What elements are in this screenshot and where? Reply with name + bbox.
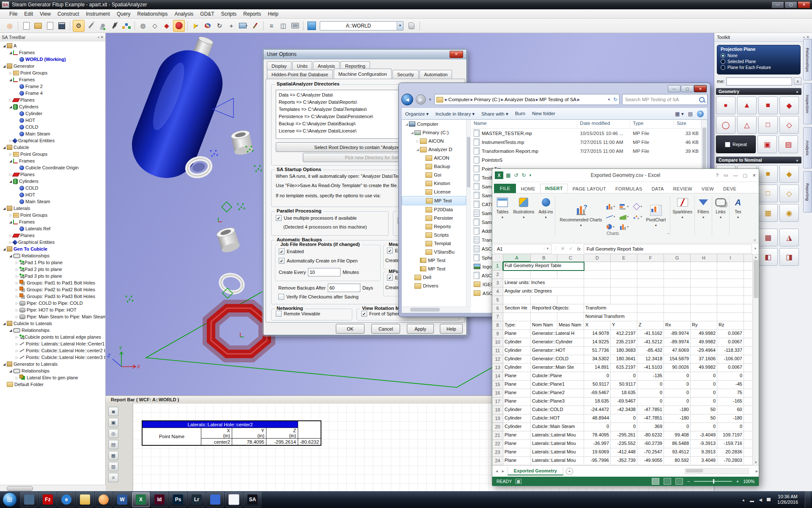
ribbon-button-sparklines[interactable]: Sparklines▾: [672, 196, 692, 220]
paint-brush-icon[interactable]: [250, 20, 261, 31]
cell-E21[interactable]: -295.261: [611, 431, 637, 440]
export-icon[interactable]: ≡: [108, 473, 118, 482]
cell-B14[interactable]: Cubicle::Plane: [531, 372, 584, 381]
cell-D20[interactable]: 0: [584, 423, 611, 431]
cell-E5[interactable]: [611, 296, 637, 304]
pitcher-icon[interactable]: [406, 20, 417, 31]
grid-vertical-scrollbar[interactable]: ▲▼: [752, 254, 759, 465]
cell-A1[interactable]: Full Geometry Report Table: [503, 262, 584, 271]
auto-rotate-icon[interactable]: ↻: [214, 20, 225, 31]
toolbar-new-folder[interactable]: New folder: [532, 111, 555, 117]
ribbon-tab-home[interactable]: HOME: [516, 185, 540, 193]
column-header-G[interactable]: G: [664, 254, 691, 262]
radio-plane-for-each-feature[interactable]: Plane for Each Feature: [721, 64, 797, 70]
tree-item-groups-pad3-to-pad3-bolt-holes[interactable]: ▷Groups: Pad3 to Pad3 Bolt Holes: [0, 293, 105, 300]
tab-security[interactable]: Security: [392, 70, 419, 79]
cell-E18[interactable]: -42.3438: [611, 406, 637, 414]
tree-item-pad-3-pts-to-plane[interactable]: ▷Pad 3 pts to plane: [0, 273, 105, 279]
collapsed-icon[interactable]: ▷: [8, 152, 13, 156]
geometry-sphere-icon[interactable]: △: [737, 116, 757, 134]
row-header-2[interactable]: 2: [492, 271, 503, 279]
cell-H12[interactable]: 37.1606: [691, 355, 717, 364]
expanded-icon[interactable]: ◢: [8, 254, 13, 258]
zoom-slider[interactable]: [694, 481, 732, 482]
sidebar-aicon[interactable]: AICON: [402, 154, 466, 162]
cell-B11[interactable]: Generator::HOT: [531, 347, 584, 355]
cell-D11[interactable]: 51.7736: [584, 347, 611, 355]
cell-H10[interactable]: 49.9982: [691, 338, 717, 347]
row-header-19[interactable]: 19: [492, 414, 503, 423]
side-tab-relationships[interactable]: Relationships: [803, 39, 812, 80]
cell-B9[interactable]: Generator::Lateral H: [531, 330, 584, 338]
cell-G2[interactable]: [664, 271, 691, 279]
row-header-20[interactable]: 20: [492, 423, 503, 431]
help-button[interactable]: Help: [440, 324, 463, 334]
camera-icon[interactable]: ◙: [108, 407, 118, 416]
row-header-18[interactable]: 18: [492, 406, 503, 414]
sidebar-drivers[interactable]: Drivers: [402, 282, 466, 290]
cell-H9[interactable]: 49.9982: [691, 330, 717, 338]
sheet-horizontal-scrollbar[interactable]: [685, 468, 749, 474]
menu-query[interactable]: Query: [113, 10, 134, 18]
cell-E2[interactable]: [611, 271, 637, 279]
column-header-I[interactable]: I: [717, 254, 744, 262]
collapsed-icon[interactable]: ▷: [14, 295, 19, 298]
cell-A17[interactable]: Plane: [503, 398, 531, 406]
ribbon-button-recommended-charts[interactable]: Recommended Charts▾: [560, 204, 602, 228]
sheet-tab[interactable]: Exported Geometry: [508, 467, 563, 475]
expanded-icon[interactable]: ◢: [8, 159, 13, 163]
sidebar-mp-test[interactable]: MP Test: [402, 256, 466, 265]
cell-I13[interactable]: 0.0067: [717, 364, 744, 372]
cell-H18[interactable]: 50: [691, 406, 717, 414]
working-frame-combo[interactable]: A::WORLD▼: [320, 21, 403, 30]
sphere-view-icon[interactable]: ◍: [137, 20, 148, 31]
ok-button[interactable]: OK: [336, 324, 365, 334]
radar-chart-icon[interactable]: ▾: [631, 202, 644, 211]
scroll-down-icon[interactable]: ▼: [754, 461, 757, 464]
row-header-3[interactable]: 3: [492, 279, 503, 287]
sidebar-p20data[interactable]: P20Data: [402, 205, 466, 214]
tree-item-cubicle-points-to-lateral-edge-planes[interactable]: ▷Cubicle points to Lateral edge planes: [0, 334, 105, 340]
column-chart-icon[interactable]: ▾: [604, 202, 617, 211]
cell-H8[interactable]: Ry: [691, 321, 717, 330]
cell-A9[interactable]: Plane: [503, 330, 531, 338]
cell-H16[interactable]: 0: [691, 389, 717, 398]
cell-I21[interactable]: 109.7197: [717, 431, 744, 440]
collapsed-icon[interactable]: ▷: [8, 71, 13, 75]
cell-F15[interactable]: 0: [637, 381, 664, 389]
indesign-icon[interactable]: Id: [151, 492, 168, 507]
tree-item-relationships[interactable]: ◢Relationships: [0, 367, 105, 374]
collapsed-icon[interactable]: ▷: [14, 356, 19, 359]
macro-record-icon[interactable]: ▦: [515, 479, 521, 484]
sidebar-templat[interactable]: Templat: [402, 239, 466, 248]
cell-A18[interactable]: Cylinder: [503, 406, 531, 414]
collapsed-icon[interactable]: ▷: [14, 315, 19, 319]
menu-scripts[interactable]: Scripts: [218, 10, 240, 18]
expanded-icon[interactable]: ◢: [8, 78, 13, 82]
red-octahedron-icon[interactable]: [173, 20, 185, 32]
nav-history-dropdown-icon[interactable]: ▼: [428, 98, 432, 102]
multiple-processors-checkbox[interactable]: [276, 215, 282, 221]
formula-field[interactable]: Full Geometry Report Table: [584, 244, 752, 254]
tree-item-generator-to-laterals[interactable]: ◢Generator to Laterals: [0, 361, 105, 367]
explorer-maximize-button[interactable]: ▢: [681, 85, 694, 92]
cell-I17[interactable]: -165: [717, 398, 744, 406]
cell-B5[interactable]: [531, 296, 557, 304]
cell-G18[interactable]: -180: [664, 406, 691, 414]
file-row-pointstos[interactable]: PointstoS: [471, 155, 701, 164]
remove-backups-input[interactable]: [328, 284, 360, 292]
tree-item-relationships[interactable]: ◢Relationships: [0, 252, 105, 259]
excel-icon[interactable]: X: [132, 492, 150, 507]
cell-I5[interactable]: [717, 296, 744, 304]
row-header-15[interactable]: 15: [492, 381, 503, 389]
cell-F11[interactable]: -85.432: [637, 347, 664, 355]
back-button[interactable]: ◀: [401, 94, 413, 105]
search-box[interactable]: Search MP Testing of SA: [622, 94, 708, 105]
cell-F8[interactable]: Z: [637, 321, 664, 330]
cell-E15[interactable]: 50.9117: [611, 381, 637, 389]
treebar-close-icon[interactable]: ✕: [100, 35, 104, 39]
cell-I9[interactable]: 0.0067: [717, 330, 744, 338]
toolbar-share-with[interactable]: Share with ▾: [481, 111, 508, 117]
sidebar-scripts[interactable]: Scripts: [402, 231, 466, 239]
tree-item-graphical-entities[interactable]: ▷Graphical Entities: [0, 239, 105, 246]
